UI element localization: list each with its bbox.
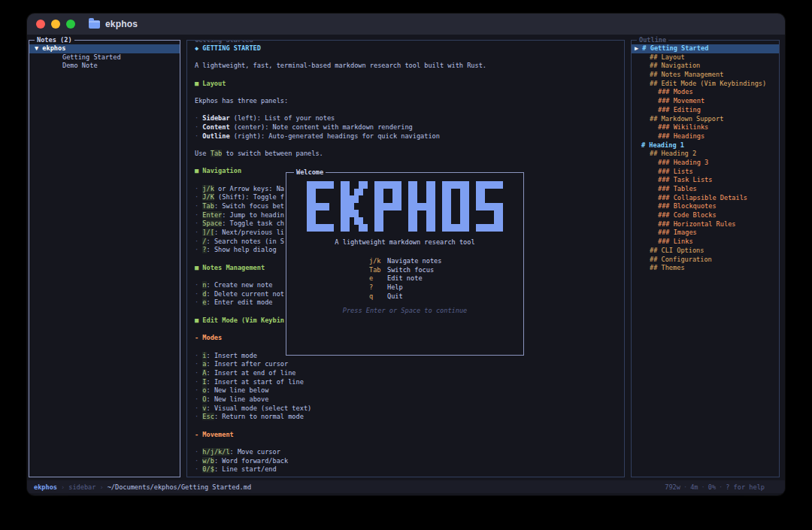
outline-item[interactable]: ## Themes (632, 264, 779, 273)
terminal-window: ekphos Notes (2) ▼ ekphosGetting Started… (27, 14, 785, 495)
content-line: · Sidebar (left): List of your notes (195, 114, 624, 123)
statusbar-right-info: 792w·4m·0%·? for help (665, 483, 778, 491)
content-segment-bullet: · (195, 386, 202, 394)
outline-item[interactable]: # Heading 1 (632, 141, 779, 150)
outline-item[interactable]: ### Code Blocks (632, 211, 779, 220)
logo-pixel (350, 203, 354, 210)
content-line: ◆ GETTING STARTED (195, 44, 624, 53)
logo-pixel (363, 224, 368, 232)
content-line: · v: Visual mode (select text) (195, 404, 624, 413)
modal-footer-hint: Press Enter or Space to continue (286, 307, 523, 314)
modal-shortcut-list: j/kNavigate notesTabSwitch focuseEdit no… (369, 257, 441, 301)
outline-item[interactable]: ## Heading 2 (632, 150, 779, 159)
logo-pixel (325, 203, 329, 210)
content-segment-bullet: · (195, 395, 202, 403)
content-line (195, 53, 624, 62)
outline-item[interactable]: ### Collapsible Details (632, 194, 779, 203)
content-segment-bullet: · (195, 465, 202, 473)
minimize-button[interactable] (51, 20, 60, 29)
logo-pixel (413, 217, 417, 225)
outline-item[interactable]: ### Heading 3 (632, 159, 779, 168)
outline-item[interactable]: ### Lists (632, 168, 779, 177)
outline-item[interactable]: ### Blockquotes (632, 202, 779, 211)
close-button[interactable] (36, 20, 45, 29)
content-segment-text: : Insert at end of line (207, 369, 296, 377)
outline-item[interactable]: ### Headings (632, 132, 779, 141)
content-line: A lightweight, fast, terminal-based mark… (195, 62, 624, 71)
zoom-button[interactable] (66, 20, 75, 29)
logo-pixel (465, 203, 469, 210)
content-segment-text: : Show help dialog (207, 246, 277, 253)
outline-item[interactable]: ### Modes (632, 88, 779, 97)
logo-pixel (431, 210, 435, 217)
content-segment-bullet: · (195, 404, 202, 412)
statusbar-dot-separator: · (698, 483, 708, 491)
content-segment-bullet: · (195, 281, 202, 289)
content-segment-text: : Visual mode (select text) (207, 404, 312, 412)
outline-item[interactable]: ### Wikilinks (632, 123, 779, 132)
outline-item[interactable]: ### Horizontal Rules (632, 220, 779, 229)
content-segment-bullet: · (195, 360, 202, 368)
logo-pixel (413, 189, 417, 196)
statusbar-file-path: ~/Documents/ekphos/Getting Started.md (108, 483, 251, 491)
outline-item[interactable]: ## Configuration (632, 256, 779, 265)
logo-pixel (397, 203, 401, 210)
outline-item[interactable]: ### Tables (632, 185, 779, 194)
outline-item[interactable]: ### Links (632, 238, 779, 247)
content-segment-key: ]/[ (202, 229, 214, 236)
logo-pixel (447, 189, 451, 196)
outline-item[interactable]: ### Editing (632, 106, 779, 115)
content-segment-text: : Search notes (in S (207, 238, 284, 245)
breadcrumb-separator: › (57, 483, 68, 491)
statusbar-app-name: ekphos (34, 483, 57, 491)
logo-pixel (431, 181, 435, 189)
notes-panel: Notes (2) ▼ ekphosGetting StartedDemo No… (29, 40, 180, 477)
notebook-root-item[interactable]: ▼ ekphos (29, 44, 180, 53)
logo-pixel (413, 210, 417, 217)
content-line: · w/b: Word forward/back (195, 457, 624, 466)
shortcut-label: Switch focus (387, 266, 434, 274)
content-segment-bullet: · (195, 229, 202, 236)
statusbar-focus-mode: sidebar (68, 483, 95, 491)
outline-item[interactable]: ## Navigation (632, 62, 779, 71)
notes-panel-title: Notes (2) (35, 36, 74, 44)
outline-item[interactable]: ▶ # Getting Started (632, 44, 779, 53)
content-segment-b: Sidebar (202, 114, 229, 122)
outline-item[interactable]: ## Edit Mode (Vim Keybindings) (632, 80, 779, 89)
logo-pixel (354, 195, 359, 203)
content-segment-key: Tab (211, 150, 223, 157)
titlebar: ekphos (27, 14, 785, 35)
shortcut-key: e (369, 274, 387, 283)
logo-letter-K (341, 181, 368, 232)
logo-pixel (359, 189, 363, 196)
content-segment-h2: ■ Layout (195, 80, 226, 87)
content-segment-text: Use (195, 150, 211, 157)
logo-pixel (359, 217, 363, 225)
content-segment-text: : Insert mode (207, 352, 257, 359)
logo-letter-P (374, 181, 401, 232)
content-line: · 0/$: Line start/end (195, 465, 624, 474)
content-segment-key: J/K (202, 193, 214, 201)
status-bar: ekphos › sidebar › ~/Documents/ekphos/Ge… (27, 480, 785, 493)
note-list-item[interactable]: Demo Note (29, 62, 180, 71)
logo-pixel (413, 181, 417, 189)
outline-item[interactable]: ## Layout (632, 53, 779, 62)
content-segment-text: : Jump to headin (222, 211, 284, 219)
content-line: Ekphos has three panels: (195, 97, 624, 106)
ekphos-logo (286, 181, 523, 232)
outline-item[interactable]: ## Notes Management (632, 71, 779, 80)
logo-pixel (431, 224, 435, 232)
note-list-item[interactable]: Getting Started (29, 53, 180, 62)
outline-item[interactable]: ### Task Lists (632, 176, 779, 185)
logo-pixel (363, 181, 368, 189)
statusbar-stat: 0% (708, 483, 716, 491)
outline-item[interactable]: ### Movement (632, 97, 779, 106)
logo-pixel (431, 217, 435, 225)
content-segment-bullet: · (195, 352, 202, 359)
logo-pixel (447, 203, 451, 210)
content-segment-text: to switch between panels. (222, 150, 323, 157)
outline-item[interactable]: ## Markdown Support (632, 115, 779, 124)
content-line: · Content (center): Note content with ma… (195, 123, 624, 132)
outline-item[interactable]: ### Images (632, 229, 779, 238)
outline-item[interactable]: ## CLI Options (632, 247, 779, 256)
